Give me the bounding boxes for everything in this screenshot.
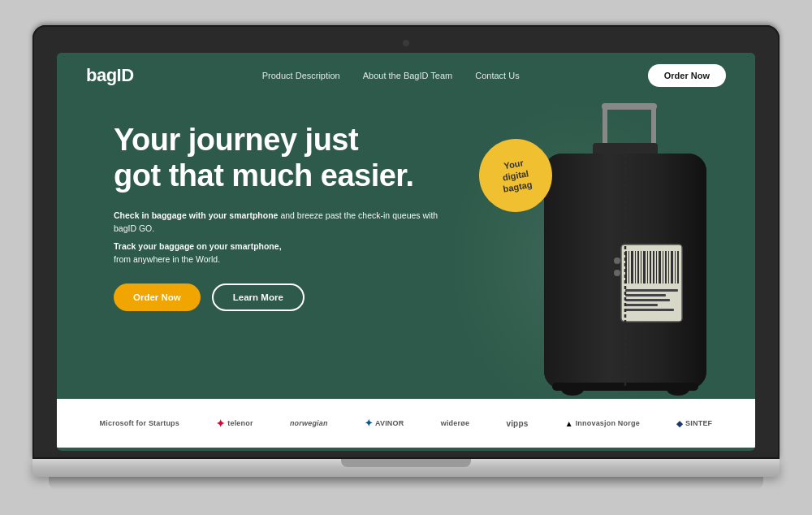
svg-rect-16	[653, 251, 654, 283]
hero-sub2: Track your baggage on your smartphone, f…	[114, 240, 444, 266]
svg-rect-22	[671, 251, 673, 283]
svg-rect-9	[631, 251, 633, 283]
svg-point-31	[614, 270, 620, 276]
camera	[403, 40, 409, 46]
svg-rect-28	[625, 304, 658, 306]
partner-vipps: vipps	[506, 419, 528, 428]
logo: bagID	[86, 65, 134, 86]
svg-rect-29	[625, 309, 674, 311]
svg-rect-7	[625, 251, 627, 283]
hero-order-button[interactable]: Order Now	[114, 283, 201, 311]
svg-rect-17	[656, 251, 657, 283]
partner-norwegian: norwegian	[290, 419, 328, 427]
partner-telenor: ✦ telenor	[216, 418, 253, 430]
suitcase-container: Your digital bagtag	[487, 98, 731, 399]
svg-rect-10	[635, 251, 636, 283]
partner-bar: Microsoft for Startups ✦ telenor norwegi…	[57, 399, 755, 448]
svg-rect-21	[668, 251, 669, 283]
hero-learn-button[interactable]: Learn More	[212, 283, 304, 311]
svg-point-30	[614, 258, 620, 264]
nav-product[interactable]: Product Description	[262, 71, 340, 80]
navbar-order-button[interactable]: Order Now	[648, 64, 726, 87]
svg-rect-24	[677, 251, 679, 283]
hero-headline: Your journey just got that much easier.	[114, 123, 444, 193]
badge-text: Your digital bagtag	[499, 156, 533, 196]
nav-team[interactable]: About the BagID Team	[363, 71, 452, 80]
laptop-shadow	[49, 477, 763, 490]
partner-microsoft: Microsoft for Startups	[100, 419, 179, 427]
svg-rect-23	[675, 251, 676, 283]
navbar: bagID Product Description About the BagI…	[57, 53, 755, 98]
svg-rect-11	[637, 251, 639, 283]
hero-buttons: Order Now Learn More	[114, 283, 444, 311]
suitcase-illustration	[528, 98, 723, 399]
svg-rect-14	[647, 251, 648, 283]
partner-avinor: ✦ AVINOR	[365, 418, 404, 429]
screen-bezel: bagID Product Description About the BagI…	[32, 25, 780, 459]
hero-sub1: Check in baggage with your smartphone an…	[114, 210, 444, 236]
svg-rect-20	[665, 251, 667, 283]
partner-sintef: ◆ SINTEF	[676, 419, 712, 428]
laptop-base	[32, 459, 780, 477]
hero-section: Your journey just got that much easier. …	[57, 98, 755, 399]
svg-rect-12	[641, 251, 641, 283]
svg-rect-27	[625, 299, 670, 301]
svg-rect-18	[659, 251, 661, 283]
svg-rect-26	[625, 294, 666, 296]
nav-links: Product Description About the BagID Team…	[262, 71, 520, 80]
svg-rect-15	[650, 251, 651, 283]
hero-content: Your journey just got that much easier. …	[114, 123, 444, 311]
laptop-frame: bagID Product Description About the BagI…	[32, 25, 780, 490]
svg-rect-13	[643, 251, 646, 283]
svg-rect-25	[625, 289, 678, 292]
svg-rect-8	[628, 251, 629, 283]
partner-innovasjon: ▲ Innovasjon Norge	[565, 419, 640, 428]
svg-rect-19	[663, 251, 663, 283]
partner-wideroe: widerøe	[441, 419, 469, 427]
screen: bagID Product Description About the BagI…	[57, 53, 755, 451]
nav-contact[interactable]: Contact Us	[475, 71, 519, 80]
